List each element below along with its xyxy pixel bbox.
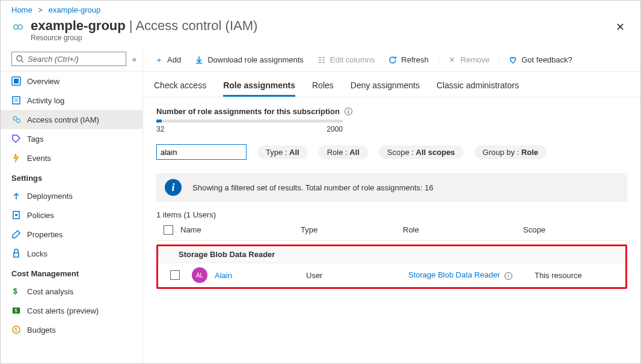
- info-icon[interactable]: i: [505, 272, 512, 280]
- svg-point-12: [15, 214, 17, 216]
- page-subtitle: Resource group: [31, 34, 257, 42]
- tab-deny-assignments[interactable]: Deny assignments: [351, 80, 420, 97]
- row-scope: This resource: [535, 271, 618, 280]
- svg-text:$: $: [14, 327, 17, 333]
- overview-icon: [11, 76, 21, 86]
- result-count: 1 items (1 Users): [156, 210, 627, 219]
- tab-role-assignments[interactable]: Role assignments: [223, 80, 295, 97]
- filter-scope[interactable]: Scope : All scopes: [379, 145, 464, 159]
- page-title: example-group | Access control (IAM): [31, 18, 257, 34]
- page-header: example-group | Access control (IAM) Res…: [1, 17, 640, 48]
- breadcrumb-home[interactable]: Home: [11, 5, 32, 14]
- tab-roles[interactable]: Roles: [312, 80, 334, 97]
- sidebar-item-deployments[interactable]: Deployments: [1, 186, 143, 205]
- info-banner: i Showing a filtered set of results. Tot…: [156, 173, 627, 202]
- sidebar-header-settings: Settings: [1, 168, 143, 186]
- tab-classic-admins[interactable]: Classic administrators: [437, 80, 519, 97]
- usage-bar-labels: 32 2000: [156, 125, 343, 133]
- filter-role[interactable]: Role : All: [319, 145, 368, 159]
- svg-text:$: $: [14, 308, 17, 314]
- col-role[interactable]: Role: [403, 225, 523, 234]
- feedback-button[interactable]: Got feedback?: [508, 55, 572, 65]
- table-header: Name Type Role Scope: [156, 219, 627, 241]
- close-button[interactable]: ✕: [611, 18, 630, 36]
- filter-search-input[interactable]: [156, 144, 247, 160]
- policies-icon: [11, 210, 21, 220]
- remove-button[interactable]: ✕Remove: [447, 55, 489, 65]
- search-placeholder: Search (Ctrl+/): [28, 55, 79, 64]
- search-icon: [16, 55, 24, 63]
- title-name: example-group: [31, 18, 126, 33]
- activity-log-icon: [11, 96, 21, 105]
- tab-check-access[interactable]: Check access: [154, 80, 206, 97]
- filter-groupby[interactable]: Group by : Role: [474, 145, 547, 159]
- select-all-checkbox[interactable]: [164, 225, 173, 235]
- svg-point-0: [14, 25, 18, 29]
- sidebar: Search (Ctrl+/) « Overview Activity log …: [1, 48, 143, 364]
- banner-text: Showing a filtered set of results. Total…: [192, 183, 434, 192]
- refresh-icon: [388, 55, 397, 65]
- info-icon[interactable]: i: [345, 108, 352, 115]
- col-name[interactable]: Name: [180, 225, 301, 234]
- sidebar-item-tags[interactable]: Tags: [1, 129, 143, 148]
- access-control-icon: [11, 115, 21, 124]
- sidebar-item-cost-analysis[interactable]: $Cost analysis: [1, 282, 143, 301]
- svg-line-3: [22, 61, 24, 63]
- edit-columns-button[interactable]: Edit columns: [317, 55, 375, 65]
- properties-icon: [11, 229, 21, 239]
- sidebar-search[interactable]: Search (Ctrl+/): [11, 52, 126, 66]
- sidebar-header-cost: Cost Management: [1, 263, 143, 282]
- command-bar: ＋Add Download role assignments Edit colu…: [143, 48, 640, 72]
- resource-group-icon: [11, 20, 25, 34]
- table-row: AL Alain User Storage Blob Data Reader i…: [158, 263, 625, 287]
- refresh-button[interactable]: Refresh: [388, 55, 429, 65]
- svg-point-10: [16, 119, 20, 123]
- sidebar-item-locks[interactable]: Locks: [1, 244, 143, 263]
- heart-icon: [508, 55, 518, 65]
- sidebar-item-budgets[interactable]: $Budgets: [1, 320, 143, 339]
- group-header: Storage Blob Data Reader: [158, 246, 625, 263]
- svg-rect-5: [14, 79, 19, 83]
- main-content: ＋Add Download role assignments Edit colu…: [143, 48, 640, 364]
- breadcrumb-sep: >: [38, 5, 43, 14]
- sidebar-item-events[interactable]: Events: [1, 148, 143, 168]
- download-button[interactable]: Download role assignments: [194, 55, 304, 65]
- sidebar-item-overview[interactable]: Overview: [1, 71, 143, 91]
- sidebar-item-cost-alerts[interactable]: $Cost alerts (preview): [1, 301, 143, 320]
- command-separator: [499, 54, 500, 66]
- svg-rect-13: [14, 253, 19, 257]
- cost-alerts-icon: $: [11, 306, 21, 315]
- deployments-icon: [11, 191, 21, 201]
- sidebar-item-policies[interactable]: Policies: [1, 205, 143, 225]
- filter-type[interactable]: Type : All: [257, 145, 308, 159]
- sidebar-item-activity-log[interactable]: Activity log: [1, 91, 143, 110]
- collapse-sidebar-button[interactable]: «: [132, 55, 136, 64]
- svg-point-2: [17, 56, 22, 61]
- col-scope[interactable]: Scope: [523, 225, 620, 234]
- breadcrumb: Home > example-group: [1, 1, 640, 17]
- row-role[interactable]: Storage Blob Data Reader: [408, 270, 500, 279]
- plus-icon: ＋: [154, 55, 164, 65]
- tags-icon: [11, 134, 21, 144]
- avatar: AL: [192, 267, 207, 283]
- breadcrumb-current[interactable]: example-group: [49, 5, 101, 14]
- columns-icon: [317, 55, 327, 65]
- svg-point-1: [18, 25, 22, 29]
- tabs: Check access Role assignments Roles Deny…: [143, 72, 640, 97]
- info-icon: i: [165, 179, 182, 196]
- cost-analysis-icon: $: [11, 287, 21, 296]
- sidebar-item-properties[interactable]: Properties: [1, 225, 143, 244]
- svg-rect-6: [13, 97, 20, 104]
- row-type: User: [306, 271, 408, 280]
- usage-current: 32: [156, 125, 164, 133]
- sidebar-item-access-control[interactable]: Access control (IAM): [1, 110, 143, 129]
- row-name[interactable]: Alain: [215, 271, 232, 280]
- command-separator: [438, 54, 439, 66]
- remove-icon: ✕: [447, 55, 457, 65]
- add-button[interactable]: ＋Add: [154, 55, 181, 65]
- usage-bar: [156, 120, 343, 123]
- row-checkbox[interactable]: [170, 270, 180, 280]
- download-icon: [194, 55, 204, 65]
- col-type[interactable]: Type: [301, 225, 403, 234]
- locks-icon: [11, 249, 21, 258]
